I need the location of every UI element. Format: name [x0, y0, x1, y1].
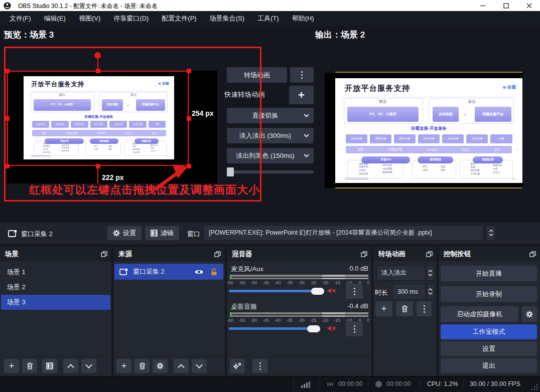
scenes-panel-title: 场景 [5, 250, 19, 259]
menu-item[interactable]: 工具(T) [251, 14, 286, 23]
chevron-up-icon [67, 364, 74, 368]
selection-handle[interactable] [5, 116, 10, 121]
slide-service-box: 秀场直播 [370, 134, 391, 143]
transition-button-label: 转场动画 [244, 71, 270, 80]
exit-button[interactable]: 退出 [441, 358, 537, 373]
volume-meter-zone [345, 312, 368, 314]
remove-transition-button[interactable] [396, 301, 413, 316]
duration-value: 300 ms [397, 288, 418, 295]
button-label: 退出 [482, 361, 495, 370]
mute-button[interactable] [327, 287, 336, 294]
height-label: 222 px [102, 173, 124, 181]
volume-meter-zone [322, 278, 345, 279]
close-button[interactable] [518, 0, 540, 11]
button-label: 设置 [482, 344, 495, 353]
source-properties-toolbar-button[interactable] [153, 359, 168, 373]
controls-panel-header: 控制按钮 [439, 247, 540, 261]
mixer-channel-db: -0.4 dB [301, 302, 368, 310]
transition-button[interactable]: 转场动画 [227, 67, 287, 83]
quick-transition-fade[interactable]: 淡入淡出 (300ms) [227, 128, 314, 143]
add-quick-transition-button[interactable]: + [289, 86, 314, 104]
popout-icon[interactable] [361, 251, 367, 257]
selection-box[interactable] [7, 71, 189, 166]
advanced-audio-button[interactable] [230, 359, 245, 373]
remove-scene-button[interactable] [22, 359, 37, 373]
scene-move-down-button[interactable] [81, 359, 96, 373]
scene-filters-button[interactable] [42, 359, 57, 373]
start-streaming-button[interactable]: 开始直播 [441, 266, 537, 281]
virtual-camera-settings-button[interactable] [522, 306, 537, 322]
remove-source-button[interactable] [134, 359, 150, 373]
selection-handle[interactable] [5, 69, 10, 73]
slide-bar-segment: 自定义 [461, 147, 470, 152]
selection-handle[interactable] [5, 164, 10, 168]
start-virtual-camera-button[interactable]: 启动虚拟摄像机 [441, 306, 518, 322]
channel-menu-button[interactable] [346, 284, 363, 299]
source-item[interactable]: 窗口采集 2 [114, 264, 223, 280]
popout-icon[interactable] [214, 251, 221, 257]
program-label: 输出：场景 2 [315, 29, 365, 41]
volume-slider-handle[interactable] [311, 288, 324, 295]
popout-icon[interactable] [101, 251, 107, 257]
settings-button[interactable]: 设置 [441, 341, 537, 356]
menu-item[interactable]: 编辑(E) [38, 14, 72, 23]
window-select-spinner[interactable] [486, 225, 496, 241]
meter-tick-label: -15 [334, 318, 340, 323]
slide-box: 菲耀直播平台 [475, 107, 511, 121]
mixer-menu-button[interactable] [252, 359, 267, 373]
popout-icon[interactable] [426, 251, 433, 257]
resize-grip[interactable] [531, 383, 538, 390]
studio-mode-button[interactable]: 工作室模式 [441, 324, 537, 339]
kebab-icon [259, 362, 261, 370]
add-transition-button[interactable]: + [375, 301, 392, 316]
transition-menu-button[interactable] [417, 301, 432, 316]
popout-icon[interactable] [529, 251, 536, 257]
source-move-up-button[interactable] [174, 359, 189, 373]
slide-text-column: 美颜录制 [441, 165, 445, 172]
quick-transition-fade-black[interactable]: 淡出到黑色 (150ms) [227, 148, 314, 163]
selection-handle[interactable] [187, 69, 191, 73]
slide-box: PC、H5、小程序 [347, 107, 419, 121]
scene-move-up-button[interactable] [63, 359, 78, 373]
add-scene-button[interactable]: + [4, 359, 19, 373]
channel-menu-button[interactable] [346, 321, 363, 336]
scene-item[interactable]: 场景 1 [1, 265, 110, 280]
window-select[interactable]: [POWERPNT.EXE]: PowerPoint 幻灯片放映 - [2024… [203, 225, 483, 241]
menu-item[interactable]: 场景集合(S) [203, 14, 251, 23]
updown-icon [428, 288, 433, 295]
eye-icon[interactable] [194, 269, 204, 275]
transition-select-spinner[interactable] [426, 265, 435, 281]
transition-select[interactable]: 淡入淡出 [376, 265, 426, 281]
selection-handle[interactable] [187, 116, 191, 121]
scene-item[interactable]: 场景 2 [1, 280, 110, 295]
transition-slider-handle[interactable] [227, 167, 234, 176]
source-move-down-button[interactable] [192, 359, 207, 373]
rotation-handle-icon[interactable] [94, 52, 101, 59]
duration-spinner[interactable] [426, 284, 435, 299]
slide-bar-segment: 可视化界面 [388, 147, 402, 152]
volume-slider-handle[interactable] [307, 325, 320, 332]
menu-item[interactable]: 视图(V) [72, 14, 107, 23]
quick-transition-cut[interactable]: 直接切换 [227, 108, 314, 123]
scene-item[interactable]: 场景 3 [1, 295, 110, 310]
quick-transition-label: 快速转场动画 [224, 90, 265, 99]
source-filters-button[interactable]: 滤镜 [145, 226, 179, 240]
chevron-up-icon [178, 364, 185, 368]
menu-item[interactable]: 配置文件(P) [155, 14, 203, 23]
mute-button[interactable] [327, 325, 336, 332]
start-recording-button[interactable]: 开始录制 [441, 286, 537, 302]
menu-item[interactable]: 停靠窗口(D) [107, 14, 155, 23]
duration-input[interactable]: 300 ms [392, 284, 426, 299]
slide-bar-segment: 后台 [494, 147, 500, 152]
transition-slider-track[interactable] [227, 170, 314, 173]
minimize-button[interactable] [472, 0, 494, 11]
menu-item[interactable]: 帮助(H) [286, 14, 321, 23]
add-source-button[interactable]: + [116, 359, 131, 373]
unlock-icon[interactable] [211, 268, 217, 276]
maximize-button[interactable] [495, 0, 517, 11]
menu-item[interactable]: 文件(F) [3, 14, 38, 23]
trash-icon [139, 362, 146, 369]
source-properties-button[interactable]: 设置 [107, 226, 142, 240]
transition-menu-button[interactable] [290, 67, 314, 83]
mute-icon [327, 287, 336, 294]
